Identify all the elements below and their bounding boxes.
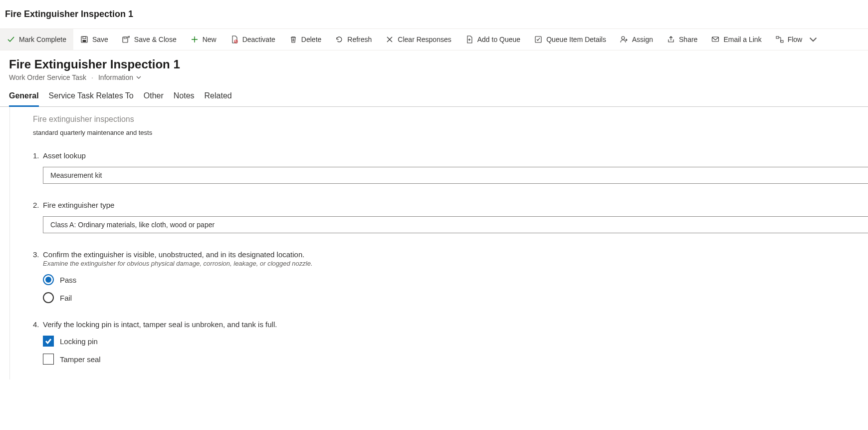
save-label: Save [92, 35, 108, 43]
form-content: Fire extinguisher inspections standard q… [10, 107, 868, 380]
checkbox-icon [43, 336, 54, 347]
share-label: Share [679, 35, 697, 43]
radio-icon [43, 292, 54, 303]
tab-general[interactable]: General [9, 91, 39, 107]
checkbox-option-tamper-seal[interactable]: Tamper seal [43, 354, 868, 365]
add-to-queue-button[interactable]: Add to Queue [458, 29, 527, 50]
radio-label: Pass [60, 276, 76, 284]
svg-rect-1 [83, 37, 86, 39]
tab-list: General Service Task Relates To Other No… [0, 81, 868, 107]
question-1: 1. Asset lookup [33, 151, 868, 184]
radio-icon [43, 274, 54, 285]
command-bar: Mark Complete Save Save & Close New Deac… [0, 28, 868, 50]
svg-rect-8 [712, 37, 719, 41]
assign-icon [620, 35, 628, 43]
mark-complete-button[interactable]: Mark Complete [0, 29, 73, 50]
queue-item-details-label: Queue Item Details [546, 35, 606, 43]
save-close-button[interactable]: Save & Close [115, 29, 184, 50]
question-label: Verify the locking pin is intact, tamper… [43, 320, 277, 329]
clear-responses-button[interactable]: Clear Responses [379, 29, 458, 50]
svg-point-7 [622, 36, 625, 39]
deactivate-label: Deactivate [242, 35, 275, 43]
trash-icon [289, 35, 297, 43]
checkbox-option-locking-pin[interactable]: Locking pin [43, 336, 868, 347]
svg-rect-4 [124, 37, 126, 39]
section-description: standard quarterly maintenance and tests [33, 129, 868, 136]
record-subtitle: Work Order Service Task Information [9, 73, 859, 81]
question-label: Fire extinguisher type [43, 201, 114, 209]
fire-extinguisher-type-input[interactable] [43, 216, 868, 233]
queue-add-icon [465, 35, 473, 43]
email-link-label: Email a Link [723, 35, 761, 43]
flow-label: Flow [788, 35, 803, 43]
save-close-label: Save & Close [134, 35, 177, 43]
checkbox-label: Tamper seal [60, 355, 101, 364]
plus-icon [191, 35, 199, 43]
tab-service-task-relates-to[interactable]: Service Task Relates To [49, 91, 134, 107]
add-to-queue-label: Add to Queue [477, 35, 520, 43]
deactivate-icon [230, 35, 238, 43]
checkbox-icon [43, 354, 54, 365]
page-top-title: Fire Extinguisher Inspection 1 [0, 0, 868, 28]
save-icon [80, 35, 88, 43]
refresh-label: Refresh [347, 35, 372, 43]
svg-rect-10 [781, 40, 783, 42]
save-button[interactable]: Save [73, 29, 115, 50]
share-button[interactable]: Share [660, 29, 704, 50]
question-label: Asset lookup [43, 151, 86, 160]
mark-complete-label: Mark Complete [19, 35, 66, 43]
separator-dot [89, 73, 95, 81]
share-icon [667, 35, 675, 43]
svg-rect-9 [776, 36, 779, 38]
queue-details-icon [534, 35, 542, 43]
assign-button[interactable]: Assign [613, 29, 660, 50]
delete-button[interactable]: Delete [282, 29, 328, 50]
check-icon [7, 35, 15, 43]
question-number: 3. [33, 250, 43, 267]
flow-icon [776, 35, 784, 43]
section-heading: Fire extinguisher inspections [33, 115, 868, 124]
deactivate-button[interactable]: Deactivate [223, 29, 282, 50]
question-number: 2. [33, 201, 43, 209]
new-label: New [203, 35, 217, 43]
record-title: Fire Extinguisher Inspection 1 [9, 57, 859, 71]
question-number: 4. [33, 320, 43, 329]
queue-item-details-button[interactable]: Queue Item Details [527, 29, 613, 50]
radio-option-fail[interactable]: Fail [43, 292, 868, 303]
question-number: 1. [33, 151, 43, 160]
clear-icon [386, 35, 394, 43]
save-close-icon [122, 35, 130, 43]
question-sublabel: Examine the extinguisher for obvious phy… [43, 260, 313, 267]
email-icon [711, 35, 719, 43]
svg-rect-2 [82, 40, 86, 42]
question-4: 4. Verify the locking pin is intact, tam… [33, 320, 868, 365]
tab-notes[interactable]: Notes [174, 91, 195, 107]
record-header: Fire Extinguisher Inspection 1 Work Orde… [0, 50, 868, 81]
email-link-button[interactable]: Email a Link [704, 29, 768, 50]
tab-related[interactable]: Related [205, 91, 232, 107]
entity-name: Work Order Service Task [9, 73, 86, 81]
question-label: Confirm the extinguisher is visible, uno… [43, 250, 313, 259]
tab-other[interactable]: Other [144, 91, 164, 107]
form-selector[interactable]: Information [98, 73, 133, 81]
chevron-down-icon [136, 73, 141, 81]
clear-responses-label: Clear Responses [398, 35, 451, 43]
assign-label: Assign [632, 35, 653, 43]
radio-label: Fail [60, 294, 72, 302]
asset-lookup-input[interactable] [43, 167, 868, 184]
new-button[interactable]: New [184, 29, 223, 50]
question-3: 3. Confirm the extinguisher is visible, … [33, 250, 868, 303]
refresh-icon [335, 35, 343, 43]
flow-button[interactable]: Flow [769, 29, 825, 50]
svg-rect-3 [123, 37, 128, 42]
checkbox-label: Locking pin [60, 337, 98, 346]
question-2: 2. Fire extinguisher type [33, 201, 868, 233]
left-gutter [0, 107, 10, 380]
delete-label: Delete [301, 35, 321, 43]
chevron-down-icon [809, 35, 817, 43]
refresh-button[interactable]: Refresh [328, 29, 379, 50]
radio-option-pass[interactable]: Pass [43, 274, 868, 285]
